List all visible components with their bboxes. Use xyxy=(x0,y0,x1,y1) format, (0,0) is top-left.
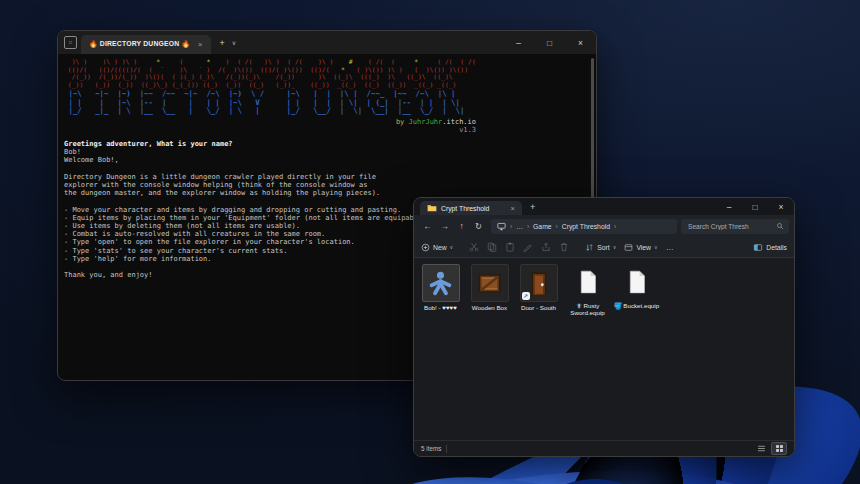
chevron-down-icon: ∨ xyxy=(654,244,658,250)
back-button[interactable]: ← xyxy=(419,221,436,231)
attribution-author: JuhrJuhr xyxy=(409,118,443,126)
breadcrumb-separator: › xyxy=(527,223,529,230)
close-button[interactable]: × xyxy=(565,31,596,54)
breadcrumb-separator: › xyxy=(510,223,512,230)
terminal-window-controls: – □ × xyxy=(503,31,596,54)
monitor-icon xyxy=(497,222,506,231)
plus-circle-icon xyxy=(421,243,430,252)
view-button[interactable]: View ∨ xyxy=(624,243,657,252)
file-name: Door - South xyxy=(521,304,556,311)
file-item[interactable]: ↗ Wooden Box xyxy=(466,262,513,313)
file-icon-plate: ↗ xyxy=(422,264,460,302)
sort-button[interactable]: Sort ∨ xyxy=(585,243,616,252)
file-item[interactable]: ↗ Bob! - ♥♥♥♥ xyxy=(417,262,464,313)
breadcrumb[interactable]: ›…›Game›Crypt Threshold› xyxy=(491,219,677,234)
shortcut-arrow-icon: ↗ xyxy=(522,292,530,300)
file-item[interactable]: ↗ 🗡 Rusty Sword.equip xyxy=(564,262,611,318)
command-toolbar: New ∨ xyxy=(414,237,794,258)
details-pane-icon xyxy=(753,243,763,252)
minimize-button[interactable]: – xyxy=(503,31,534,54)
explorer-window-controls: – □ × xyxy=(716,198,794,215)
explorer-window: Crypt Threshold × + – □ × ← → ↑ ↻ ›…›Gam… xyxy=(413,197,795,457)
attribution-by: by xyxy=(396,118,409,126)
file-icon-plate: ↗ xyxy=(520,264,558,302)
sort-arrows-icon xyxy=(585,243,594,252)
rename-icon[interactable] xyxy=(523,242,533,252)
document-icon xyxy=(625,268,649,296)
cmd-icon: ⌗ xyxy=(64,36,77,49)
breadcrumb-item[interactable]: … xyxy=(516,223,523,230)
file-name: 🗡 Rusty Sword.equip xyxy=(565,302,611,316)
close-button[interactable]: × xyxy=(768,198,794,215)
breadcrumb-separator: › xyxy=(614,223,616,230)
file-item[interactable]: ↗ Door - South xyxy=(515,262,562,313)
explorer-tab[interactable]: Crypt Threshold × xyxy=(420,201,522,215)
explorer-tabbar[interactable]: Crypt Threshold × + – □ × xyxy=(414,198,794,215)
share-icon[interactable] xyxy=(541,242,551,252)
minimize-button[interactable]: – xyxy=(716,198,742,215)
search-icon xyxy=(776,222,784,230)
terminal-tab[interactable]: 🔥 DIRECTORY DUNGEON 🔥 × xyxy=(81,35,211,54)
status-divider xyxy=(446,445,447,453)
breadcrumb-separator: › xyxy=(556,223,558,230)
tab-close-icon[interactable]: × xyxy=(511,204,515,213)
attribution-site: .itch.io xyxy=(442,118,476,126)
chevron-down-icon: ∨ xyxy=(450,244,454,250)
file-list[interactable]: ↗ Bob! - ♥♥♥♥ ↗ Wooden Box ↗ Door - Sout… xyxy=(414,258,794,440)
forward-button[interactable]: → xyxy=(436,221,453,231)
new-tab-button[interactable]: + xyxy=(530,202,535,212)
refresh-button[interactable]: ↻ xyxy=(470,221,487,231)
copy-icon[interactable] xyxy=(487,242,497,252)
cut-icon[interactable] xyxy=(469,242,479,252)
address-bar: ← → ↑ ↻ ›…›Game›Crypt Threshold› xyxy=(414,215,794,237)
folder-icon xyxy=(427,203,437,213)
attribution-version: v1.3 xyxy=(64,126,476,135)
person-icon xyxy=(427,270,454,297)
status-bar: 5 items xyxy=(414,440,794,456)
file-item[interactable]: ↗ 🪣 Bucket.equip xyxy=(613,262,660,311)
terminal-titlebar[interactable]: ⌗ 🔥 DIRECTORY DUNGEON 🔥 × + ∨ – □ × xyxy=(58,31,596,54)
ascii-flames-art: )\ ) )\ ) )\ ) * ( * ) ( /( )\ ) ( /( )\… xyxy=(64,59,588,89)
tab-close-icon[interactable]: × xyxy=(198,40,202,49)
tab-dropdown-icon[interactable]: ∨ xyxy=(232,39,236,46)
details-view-toggle[interactable] xyxy=(754,443,768,454)
paste-icon[interactable] xyxy=(505,242,515,252)
file-name: 🪣 Bucket.equip xyxy=(614,302,659,309)
chevron-down-icon: ∨ xyxy=(613,244,617,250)
explorer-tab-title: Crypt Threshold xyxy=(441,205,489,212)
file-name: Wooden Box xyxy=(472,304,507,311)
ascii-title-art: |~\ ~|~ |~) |~~ /~~ ~|~ /~\ |~) \ / |~\ … xyxy=(64,90,588,116)
maximize-button[interactable]: □ xyxy=(742,198,768,215)
search-input[interactable] xyxy=(686,222,776,231)
item-count: 5 items xyxy=(421,445,441,452)
details-pane-button[interactable]: Details xyxy=(753,243,787,252)
file-name: Bob! - ♥♥♥♥ xyxy=(424,304,457,311)
desktop: ⌗ 🔥 DIRECTORY DUNGEON 🔥 × + ∨ – □ × )\ )… xyxy=(0,0,860,484)
file-icon-plate: ↗ xyxy=(471,264,509,302)
file-icon-plate: ↗ xyxy=(619,264,655,300)
view-grid-icon xyxy=(624,243,633,252)
breadcrumb-item[interactable]: Game xyxy=(533,223,552,230)
crate-icon xyxy=(476,270,503,297)
large-icons-view-toggle[interactable] xyxy=(771,442,787,455)
more-options-button[interactable]: … xyxy=(666,243,675,252)
breadcrumb-item[interactable]: Crypt Threshold xyxy=(562,223,610,230)
delete-icon[interactable] xyxy=(559,242,569,252)
new-button[interactable]: New ∨ xyxy=(421,243,453,252)
up-button[interactable]: ↑ xyxy=(453,221,470,231)
terminal-tab-title: 🔥 DIRECTORY DUNGEON 🔥 xyxy=(89,40,190,48)
attribution: by JuhrJuhr.itch.iov1.3 xyxy=(64,118,476,135)
new-tab-button[interactable]: + xyxy=(220,38,225,48)
maximize-button[interactable]: □ xyxy=(534,31,565,54)
document-icon xyxy=(576,268,600,296)
file-icon-plate: ↗ xyxy=(570,264,606,300)
search-box[interactable] xyxy=(681,219,789,234)
